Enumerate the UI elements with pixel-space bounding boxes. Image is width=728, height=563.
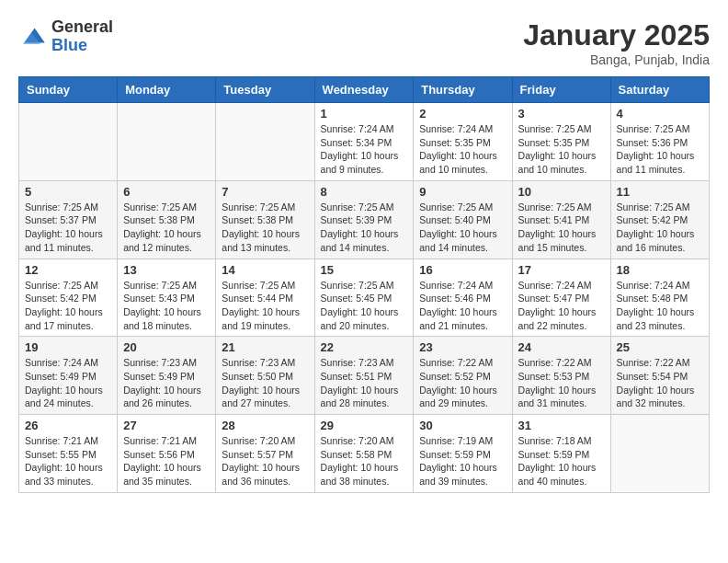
calendar-day-cell: 6Sunrise: 7:25 AM Sunset: 5:38 PM Daylig… <box>118 180 216 259</box>
day-info: Sunrise: 7:24 AM Sunset: 5:35 PM Dayligh… <box>419 122 506 177</box>
weekday-header-wednesday: Wednesday <box>314 77 414 103</box>
calendar-day-cell: 25Sunrise: 7:22 AM Sunset: 5:54 PM Dayli… <box>610 337 709 415</box>
calendar-week-row: 12Sunrise: 7:25 AM Sunset: 5:42 PM Dayli… <box>19 259 710 337</box>
calendar-day-cell: 21Sunrise: 7:23 AM Sunset: 5:50 PM Dayli… <box>216 337 314 415</box>
day-info: Sunrise: 7:25 AM Sunset: 5:43 PM Dayligh… <box>123 279 210 333</box>
calendar-empty-cell <box>610 415 709 493</box>
day-number: 11 <box>617 185 703 199</box>
day-number: 3 <box>518 107 605 121</box>
calendar-day-cell: 9Sunrise: 7:25 AM Sunset: 5:40 PM Daylig… <box>414 180 512 259</box>
calendar-day-cell: 28Sunrise: 7:20 AM Sunset: 5:57 PM Dayli… <box>216 415 314 493</box>
calendar-day-cell: 31Sunrise: 7:18 AM Sunset: 5:59 PM Dayli… <box>512 415 610 493</box>
day-number: 2 <box>419 107 506 121</box>
calendar-day-cell: 11Sunrise: 7:25 AM Sunset: 5:42 PM Dayli… <box>610 180 709 259</box>
calendar-week-row: 26Sunrise: 7:21 AM Sunset: 5:55 PM Dayli… <box>19 415 710 493</box>
day-info: Sunrise: 7:25 AM Sunset: 5:45 PM Dayligh… <box>321 279 408 333</box>
calendar-week-row: 19Sunrise: 7:24 AM Sunset: 5:49 PM Dayli… <box>19 337 710 415</box>
day-number: 31 <box>518 419 605 432</box>
day-number: 21 <box>222 340 308 354</box>
weekday-header-sunday: Sunday <box>19 77 118 103</box>
calendar-day-cell: 24Sunrise: 7:22 AM Sunset: 5:53 PM Dayli… <box>512 337 610 415</box>
calendar-day-cell: 3Sunrise: 7:25 AM Sunset: 5:35 PM Daylig… <box>512 103 610 181</box>
day-number: 29 <box>321 419 408 432</box>
day-number: 4 <box>617 107 703 121</box>
day-number: 20 <box>123 340 210 354</box>
day-info: Sunrise: 7:24 AM Sunset: 5:34 PM Dayligh… <box>321 122 408 177</box>
day-number: 30 <box>419 419 506 432</box>
calendar-day-cell: 5Sunrise: 7:25 AM Sunset: 5:37 PM Daylig… <box>19 180 118 259</box>
page-header: General Blue January 2025 Banga, Punjab,… <box>18 18 710 67</box>
day-info: Sunrise: 7:21 AM Sunset: 5:55 PM Dayligh… <box>25 434 111 488</box>
logo-text: General Blue <box>51 18 113 55</box>
calendar-day-cell: 14Sunrise: 7:25 AM Sunset: 5:44 PM Dayli… <box>216 259 314 337</box>
day-info: Sunrise: 7:20 AM Sunset: 5:57 PM Dayligh… <box>222 434 308 488</box>
day-info: Sunrise: 7:21 AM Sunset: 5:56 PM Dayligh… <box>123 434 210 488</box>
day-number: 24 <box>518 340 605 354</box>
day-number: 19 <box>25 340 111 354</box>
calendar-day-cell: 10Sunrise: 7:25 AM Sunset: 5:41 PM Dayli… <box>512 180 610 259</box>
day-info: Sunrise: 7:23 AM Sunset: 5:51 PM Dayligh… <box>321 356 408 410</box>
calendar-day-cell: 16Sunrise: 7:24 AM Sunset: 5:46 PM Dayli… <box>414 259 512 337</box>
calendar-day-cell: 20Sunrise: 7:23 AM Sunset: 5:49 PM Dayli… <box>118 337 216 415</box>
calendar-day-cell: 15Sunrise: 7:25 AM Sunset: 5:45 PM Dayli… <box>314 259 414 337</box>
logo: General Blue <box>18 18 113 55</box>
day-info: Sunrise: 7:22 AM Sunset: 5:53 PM Dayligh… <box>518 356 605 410</box>
day-number: 26 <box>25 419 111 432</box>
day-number: 13 <box>123 263 210 277</box>
logo-general: General <box>51 18 113 37</box>
day-number: 16 <box>419 263 506 277</box>
day-info: Sunrise: 7:24 AM Sunset: 5:49 PM Dayligh… <box>25 356 111 410</box>
day-info: Sunrise: 7:25 AM Sunset: 5:41 PM Dayligh… <box>518 201 605 255</box>
day-info: Sunrise: 7:20 AM Sunset: 5:58 PM Dayligh… <box>321 434 408 488</box>
weekday-header-friday: Friday <box>512 77 610 103</box>
location: Banga, Punjab, India <box>523 52 710 67</box>
day-number: 12 <box>25 263 111 277</box>
calendar-day-cell: 8Sunrise: 7:25 AM Sunset: 5:39 PM Daylig… <box>314 180 414 259</box>
day-number: 1 <box>321 107 408 121</box>
day-info: Sunrise: 7:23 AM Sunset: 5:50 PM Dayligh… <box>222 356 308 410</box>
day-info: Sunrise: 7:24 AM Sunset: 5:48 PM Dayligh… <box>617 279 703 333</box>
calendar-day-cell: 30Sunrise: 7:19 AM Sunset: 5:59 PM Dayli… <box>414 415 512 493</box>
weekday-header-monday: Monday <box>118 77 216 103</box>
calendar-day-cell: 2Sunrise: 7:24 AM Sunset: 5:35 PM Daylig… <box>414 103 512 181</box>
calendar-week-row: 5Sunrise: 7:25 AM Sunset: 5:37 PM Daylig… <box>19 180 710 259</box>
title-block: January 2025 Banga, Punjab, India <box>523 18 710 67</box>
day-info: Sunrise: 7:25 AM Sunset: 5:44 PM Dayligh… <box>222 279 308 333</box>
calendar-day-cell: 4Sunrise: 7:25 AM Sunset: 5:36 PM Daylig… <box>610 103 709 181</box>
day-number: 14 <box>222 263 308 277</box>
calendar-day-cell: 12Sunrise: 7:25 AM Sunset: 5:42 PM Dayli… <box>19 259 118 337</box>
day-info: Sunrise: 7:22 AM Sunset: 5:52 PM Dayligh… <box>419 356 506 410</box>
calendar-day-cell: 23Sunrise: 7:22 AM Sunset: 5:52 PM Dayli… <box>414 337 512 415</box>
day-info: Sunrise: 7:25 AM Sunset: 5:40 PM Dayligh… <box>419 201 506 255</box>
calendar-day-cell: 22Sunrise: 7:23 AM Sunset: 5:51 PM Dayli… <box>314 337 414 415</box>
weekday-header-thursday: Thursday <box>414 77 512 103</box>
day-info: Sunrise: 7:24 AM Sunset: 5:46 PM Dayligh… <box>419 279 506 333</box>
day-info: Sunrise: 7:25 AM Sunset: 5:37 PM Dayligh… <box>25 201 111 255</box>
logo-blue: Blue <box>51 37 113 55</box>
day-number: 6 <box>123 185 210 199</box>
day-number: 17 <box>518 263 605 277</box>
calendar-day-cell: 17Sunrise: 7:24 AM Sunset: 5:47 PM Dayli… <box>512 259 610 337</box>
day-number: 28 <box>222 419 308 432</box>
calendar-day-cell: 7Sunrise: 7:25 AM Sunset: 5:38 PM Daylig… <box>216 180 314 259</box>
day-info: Sunrise: 7:25 AM Sunset: 5:39 PM Dayligh… <box>321 201 408 255</box>
day-number: 22 <box>321 340 408 354</box>
day-number: 25 <box>617 340 703 354</box>
day-info: Sunrise: 7:25 AM Sunset: 5:42 PM Dayligh… <box>25 279 111 333</box>
calendar-week-row: 1Sunrise: 7:24 AM Sunset: 5:34 PM Daylig… <box>19 103 710 181</box>
day-number: 8 <box>321 185 408 199</box>
day-info: Sunrise: 7:25 AM Sunset: 5:38 PM Dayligh… <box>222 201 308 255</box>
calendar-day-cell: 26Sunrise: 7:21 AM Sunset: 5:55 PM Dayli… <box>19 415 118 493</box>
day-info: Sunrise: 7:18 AM Sunset: 5:59 PM Dayligh… <box>518 434 605 488</box>
calendar-empty-cell <box>216 103 314 181</box>
calendar-empty-cell <box>19 103 118 181</box>
day-number: 9 <box>419 185 506 199</box>
calendar-day-cell: 29Sunrise: 7:20 AM Sunset: 5:58 PM Dayli… <box>314 415 414 493</box>
weekday-header-row: SundayMondayTuesdayWednesdayThursdayFrid… <box>19 77 710 103</box>
day-info: Sunrise: 7:25 AM Sunset: 5:38 PM Dayligh… <box>123 201 210 255</box>
day-info: Sunrise: 7:25 AM Sunset: 5:42 PM Dayligh… <box>617 201 703 255</box>
day-info: Sunrise: 7:25 AM Sunset: 5:35 PM Dayligh… <box>518 122 605 177</box>
logo-icon <box>18 22 48 52</box>
day-number: 5 <box>25 185 111 199</box>
day-info: Sunrise: 7:19 AM Sunset: 5:59 PM Dayligh… <box>419 434 506 488</box>
